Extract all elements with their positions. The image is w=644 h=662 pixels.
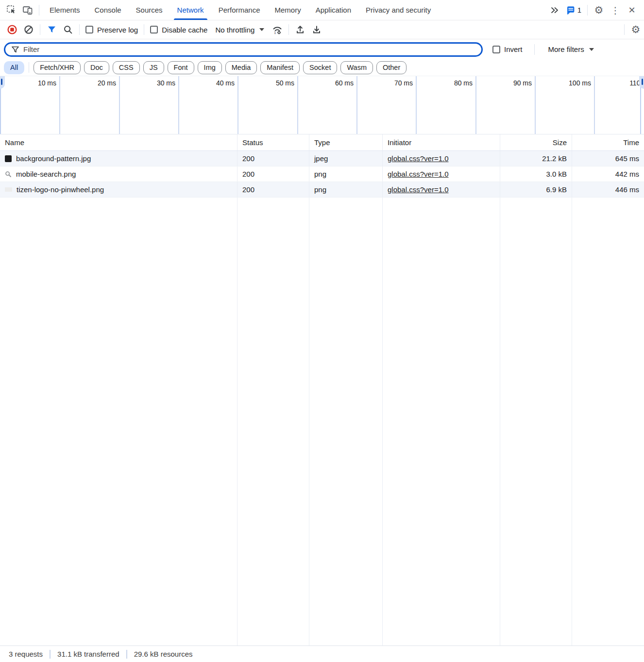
- timeline-tick: 20 ms: [58, 79, 116, 87]
- request-status: 200: [237, 182, 309, 197]
- tab-console[interactable]: Console: [87, 0, 129, 20]
- network-overview-timeline[interactable]: 10 ms 20 ms 30 ms 40 ms 50 ms 60 ms 70 m…: [0, 76, 644, 134]
- column-header-status[interactable]: Status: [237, 134, 309, 150]
- timeline-tick: 50 ms: [236, 79, 294, 87]
- record-network-log-button[interactable]: [4, 22, 20, 37]
- timeline-left-handle[interactable]: [0, 76, 5, 89]
- import-har-icon[interactable]: [292, 22, 308, 37]
- tab-performance[interactable]: Performance: [211, 0, 268, 20]
- filter-funnel-icon: [11, 46, 19, 53]
- column-header-size[interactable]: Size: [500, 134, 572, 150]
- filter-input[interactable]: [23, 45, 475, 53]
- devtools-window: Elements Console Sources Network Perform…: [0, 0, 644, 662]
- tab-application[interactable]: Application: [308, 0, 358, 20]
- tab-elements[interactable]: Elements: [42, 0, 87, 20]
- more-tabs-chevron-icon[interactable]: [546, 2, 563, 18]
- chip-wasm[interactable]: Wasm: [340, 61, 373, 74]
- table-row[interactable]: tizen-logo-no-pinwheel.png 200 png globa…: [0, 182, 644, 198]
- transferred-size: 31.1 kB transferred: [57, 650, 119, 658]
- chip-js[interactable]: JS: [143, 61, 164, 74]
- filter-input-wrapper: [4, 42, 483, 57]
- chip-socket[interactable]: Socket: [303, 61, 337, 74]
- tab-sources[interactable]: Sources: [129, 0, 170, 20]
- column-header-name[interactable]: Name: [0, 134, 237, 150]
- chip-img[interactable]: Img: [198, 61, 222, 74]
- toolbar-divider: [39, 5, 39, 16]
- inspect-element-icon[interactable]: [3, 2, 19, 18]
- request-time: 645 ms: [572, 151, 644, 166]
- invert-checkbox[interactable]: Invert: [490, 45, 525, 53]
- request-status: 200: [237, 166, 309, 182]
- panel-tabs: Elements Console Sources Network Perform…: [42, 0, 438, 20]
- tab-network[interactable]: Network: [170, 0, 211, 20]
- column-header-time[interactable]: Time: [572, 134, 644, 150]
- toolbar-divider: [534, 44, 535, 55]
- request-size: 6.9 kB: [500, 182, 572, 197]
- preserve-log-checkbox[interactable]: Preserve log: [83, 26, 141, 34]
- request-name: background-pattern.jpg: [16, 154, 91, 163]
- request-time: 442 ms: [572, 166, 644, 182]
- devtools-kebab-menu-icon[interactable]: ⋮: [607, 2, 624, 18]
- request-time: 446 ms: [572, 182, 644, 197]
- chip-media[interactable]: Media: [225, 61, 257, 74]
- more-filters-dropdown[interactable]: More filters: [543, 45, 599, 53]
- disable-cache-checkbox[interactable]: Disable cache: [147, 26, 210, 34]
- chip-doc[interactable]: Doc: [84, 61, 109, 74]
- initiator-link[interactable]: global.css?ver=1.0: [388, 154, 449, 163]
- chip-other[interactable]: Other: [376, 61, 407, 74]
- tab-memory[interactable]: Memory: [268, 0, 308, 20]
- devtools-close-icon[interactable]: ✕: [624, 2, 640, 18]
- request-type-chips: All Fetch/XHR Doc CSS JS Font Img Media …: [0, 59, 644, 76]
- throttling-dropdown[interactable]: No throttling: [210, 26, 269, 34]
- request-type: jpeg: [309, 151, 383, 166]
- chip-font[interactable]: Font: [168, 61, 194, 74]
- checkbox-icon: [492, 46, 500, 53]
- toolbar-divider: [144, 24, 144, 35]
- requests-table: Name Status Type Initiator Size Time bac…: [0, 134, 644, 645]
- timeline-tick: 30 ms: [117, 79, 175, 87]
- toolbar-divider: [587, 5, 588, 16]
- drag-grip-icon: [642, 79, 643, 85]
- chip-manifest[interactable]: Manifest: [260, 61, 300, 74]
- network-conditions-icon[interactable]: 1: [269, 22, 286, 37]
- chip-fetch-xhr[interactable]: Fetch/XHR: [34, 61, 81, 74]
- table-row[interactable]: mobile-search.png 200 png global.css?ver…: [0, 166, 644, 182]
- initiator-link[interactable]: global.css?ver=1.0: [388, 185, 449, 194]
- device-toolbar-icon[interactable]: [19, 2, 36, 18]
- preserve-log-label: Preserve log: [97, 26, 138, 34]
- request-name: mobile-search.png: [16, 170, 76, 178]
- image-thumbnail-light: [5, 187, 12, 192]
- timeline-tick: 60 ms: [295, 79, 354, 87]
- search-icon[interactable]: [60, 22, 76, 37]
- network-settings-gear-icon[interactable]: ⚙: [627, 22, 644, 37]
- table-row[interactable]: background-pattern.jpg 200 jpeg global.c…: [0, 151, 644, 166]
- clear-network-log-icon[interactable]: [20, 22, 37, 37]
- request-size: 3.0 kB: [500, 166, 572, 182]
- request-type: png: [309, 182, 383, 197]
- requests-count: 3 requests: [9, 650, 43, 658]
- chevron-down-icon: [259, 28, 264, 31]
- export-har-icon[interactable]: [308, 22, 325, 37]
- column-header-type[interactable]: Type: [309, 134, 383, 150]
- timeline-tick: 70 ms: [355, 79, 413, 87]
- drag-grip-icon: [1, 79, 2, 85]
- filter-toggle-icon[interactable]: [43, 22, 60, 37]
- chip-all[interactable]: All: [4, 61, 24, 74]
- tab-privacy-and-security[interactable]: Privacy and security: [358, 0, 438, 20]
- column-separators: [0, 134, 644, 645]
- timeline-tick: 110 ms: [593, 79, 644, 87]
- table-header-row: Name Status Type Initiator Size Time: [0, 134, 644, 151]
- issues-count-badge: 1: [577, 6, 581, 14]
- chevron-down-icon: [589, 48, 594, 51]
- toolbar-divider: [624, 24, 625, 35]
- request-name: tizen-logo-no-pinwheel.png: [17, 185, 104, 194]
- initiator-link[interactable]: global.css?ver=1.0: [388, 170, 449, 178]
- devtools-settings-gear-icon[interactable]: ⚙: [591, 2, 607, 18]
- timeline-right-handle[interactable]: [639, 76, 644, 89]
- chip-css[interactable]: CSS: [113, 61, 140, 74]
- toolbar-divider: [288, 24, 289, 35]
- column-header-initiator[interactable]: Initiator: [383, 134, 500, 150]
- network-toolbar: Preserve log Disable cache No throttling…: [0, 20, 644, 39]
- issues-button[interactable]: 1: [563, 5, 584, 15]
- toolbar-divider: [79, 24, 80, 35]
